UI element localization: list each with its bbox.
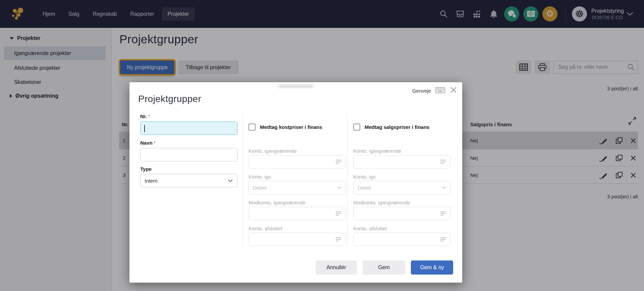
konto-igv-select-disabled: Debet [353, 181, 450, 194]
konto-afsluttet-label: Konto, afsluttet [353, 226, 387, 231]
konto-igangvaerende-label: Konto, igangværende [353, 148, 401, 154]
konto-igangvaerende-label: Konto, igangværende [249, 148, 297, 154]
cost-prices-checkbox[interactable] [249, 124, 256, 131]
type-select[interactable]: Intern [140, 174, 237, 187]
konto-igangvaerende-input-disabled [249, 155, 346, 168]
navn-input[interactable] [140, 148, 237, 161]
modkonto-igangvaerende-input-disabled [249, 207, 346, 220]
konto-afsluttet-input-disabled [353, 233, 450, 246]
chevron-down-icon [337, 186, 342, 189]
save-and-new-button[interactable]: Gem & ny [411, 260, 453, 275]
save-button[interactable]: Gem [363, 260, 405, 275]
text-cursor [144, 125, 145, 132]
lookup-list-icon [335, 211, 342, 216]
konto-igv-select-disabled: Debet [249, 181, 346, 194]
modal-drag-handle[interactable] [278, 84, 314, 89]
modkonto-igangvaerende-label: Modkonto, igangværende [249, 200, 306, 205]
sales-prices-checkbox[interactable] [353, 124, 360, 131]
konto-afsluttet-label: Konto, afsluttet [249, 226, 282, 231]
chevron-down-icon [442, 186, 446, 189]
modkonto-igangvaerende-input-disabled [353, 207, 450, 220]
app-window: Hjem Salg Regnskab Rapporter Projekter [0, 0, 644, 291]
konto-afsluttet-input-disabled [249, 233, 346, 246]
navn-label: Navn* [140, 140, 155, 146]
cancel-button[interactable]: Annullér [316, 260, 357, 275]
include-sales-prices-row[interactable]: Medtag salgspriser i finans [353, 124, 429, 131]
nr-input[interactable] [140, 122, 237, 135]
shortcuts-link[interactable]: Genveje [412, 88, 431, 94]
modkonto-igangvaerende-label: Modkonto, igangværende [353, 200, 410, 205]
modal-buttons: Annullér Gem Gem & ny [316, 260, 453, 275]
close-icon[interactable] [449, 86, 458, 95]
project-group-modal: Genveje Projektgrupper Nr.* [129, 82, 462, 283]
konto-igv-label: Konto, igv. [249, 174, 272, 180]
column-divider [243, 114, 243, 247]
lookup-list-icon [440, 237, 446, 242]
konto-igangvaerende-input-disabled [353, 155, 450, 168]
keyboard-icon[interactable] [435, 87, 445, 95]
nr-label: Nr.* [140, 113, 150, 119]
lookup-list-icon [440, 211, 446, 216]
type-label: Type [140, 166, 152, 172]
lookup-list-icon [335, 159, 342, 164]
konto-igv-label: Konto, igv. [353, 174, 377, 180]
lookup-list-icon [335, 237, 342, 242]
column-divider [347, 114, 347, 247]
modal-title: Projektgrupper [138, 94, 201, 104]
chevron-down-icon [228, 179, 233, 182]
lookup-list-icon [440, 159, 446, 164]
include-cost-prices-row[interactable]: Medtag kostpriser i finans [249, 124, 322, 131]
